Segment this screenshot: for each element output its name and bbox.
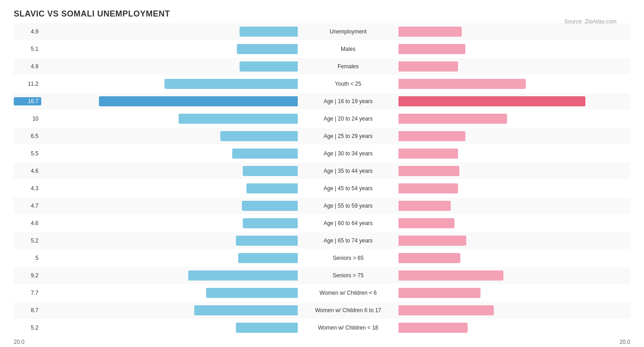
right-bar — [398, 270, 503, 281]
left-bar-container — [41, 149, 298, 159]
chart-row: 4.6 Age | 35 to 44 years 5.1 — [14, 163, 630, 179]
right-bar-container — [398, 79, 644, 89]
right-bar — [398, 149, 458, 159]
right-bar-container — [398, 44, 644, 54]
right-bar — [398, 183, 458, 193]
left-bar-container — [41, 236, 298, 246]
row-label: Age | 16 to 19 years — [298, 98, 398, 105]
left-bar-container — [41, 253, 298, 263]
chart-row: 8.7 Women w/ Children 6 to 17 8 — [14, 302, 630, 319]
chart-row: 10 Age | 20 to 24 years 9.1 — [14, 110, 630, 127]
left-bar — [246, 183, 298, 193]
row-label: Age | 25 to 29 years — [298, 133, 398, 139]
right-bar — [398, 114, 507, 124]
right-bar-container — [398, 218, 644, 228]
row-label: Youth < 25 — [298, 81, 398, 87]
left-bar-container — [41, 131, 298, 141]
row-label: Age | 60 to 64 years — [298, 220, 398, 226]
chart-row: 9.2 Seniors > 75 8.8 — [14, 267, 630, 284]
right-bar-container — [398, 323, 644, 333]
right-bar — [398, 236, 466, 246]
chart-row: 4.6 Age | 60 to 64 years 4.7 — [14, 215, 630, 231]
left-value: 5 — [14, 255, 41, 261]
left-bar — [240, 27, 298, 37]
right-bar-container — [398, 149, 644, 159]
right-bar-container — [398, 27, 644, 37]
left-bar-container — [41, 61, 298, 72]
chart-row: 6.5 Age | 25 to 29 years 5.6 — [14, 128, 630, 144]
chart-title: SLAVIC VS SOMALI UNEMPLOYMENT — [14, 9, 630, 19]
left-value: 11.2 — [14, 81, 41, 87]
left-value: 9.2 — [14, 272, 41, 279]
right-bar-container — [398, 183, 644, 193]
right-bar-container — [398, 201, 644, 211]
left-bar — [188, 270, 298, 281]
left-value: 7.7 — [14, 290, 41, 296]
chart-row: 5.2 Women w/ Children < 18 5.8 — [14, 319, 630, 336]
right-bar — [398, 79, 526, 89]
right-bar — [398, 218, 454, 228]
row-label: Age | 35 to 44 years — [298, 168, 398, 174]
left-bar-container — [41, 201, 298, 211]
left-value: 16.7 — [14, 97, 41, 105]
x-label-left: 20.0 — [14, 339, 298, 345]
left-value: 4.6 — [14, 168, 41, 174]
right-bar — [398, 201, 451, 211]
x-label-right: 20.0 — [346, 339, 630, 345]
left-value: 4.3 — [14, 185, 41, 192]
row-label: Women w/ Children < 6 — [298, 290, 398, 296]
chart-row: 5.1 Males 5.6 — [14, 41, 630, 57]
left-bar-container — [41, 183, 298, 193]
row-label: Seniors > 65 — [298, 255, 398, 261]
left-value: 8.7 — [14, 307, 41, 314]
row-label: Age | 65 to 74 years — [298, 237, 398, 244]
right-bar — [398, 323, 468, 333]
row-label: Females — [298, 63, 398, 70]
left-bar-container — [41, 79, 298, 89]
chart-row: 4.7 Age | 55 to 59 years 4.4 — [14, 198, 630, 214]
row-label: Women w/ Children 6 to 17 — [298, 307, 398, 314]
right-bar-container — [398, 131, 644, 141]
left-value: 4.9 — [14, 63, 41, 70]
chart-row: 5.5 Age | 30 to 34 years 5 — [14, 145, 630, 162]
left-bar-container — [41, 114, 298, 124]
left-bar — [236, 323, 298, 333]
chart-row: 4.9 Females 5 — [14, 58, 630, 75]
right-bar-container — [398, 288, 644, 298]
left-bar — [237, 44, 298, 54]
left-bar — [236, 236, 298, 246]
row-label: Age | 55 to 59 years — [298, 203, 398, 209]
right-bar-container — [398, 270, 644, 281]
right-bar — [398, 61, 458, 72]
left-value: 4.7 — [14, 203, 41, 209]
right-bar-container — [398, 61, 644, 72]
right-bar — [398, 131, 465, 141]
right-bar — [398, 288, 480, 298]
left-bar — [220, 131, 298, 141]
left-bar — [240, 61, 298, 72]
right-bar-container — [398, 114, 644, 124]
left-bar — [243, 166, 298, 176]
left-bar — [206, 288, 298, 298]
row-label: Age | 45 to 54 years — [298, 185, 398, 192]
chart-container: 4.9 Unemployment 5.3 5.1 Males 5.6 4.9 F… — [14, 23, 630, 347]
left-bar — [242, 201, 298, 211]
left-bar-container — [41, 96, 298, 106]
right-bar-container — [398, 236, 644, 246]
right-bar — [398, 27, 462, 37]
right-bar-container — [398, 253, 644, 263]
left-bar-container — [41, 288, 298, 298]
chart-row: 7.7 Women w/ Children < 6 6.9 — [14, 285, 630, 301]
left-bar — [179, 114, 298, 124]
right-bar — [398, 305, 494, 315]
row-label: Seniors > 75 — [298, 272, 398, 279]
left-bar-container — [41, 166, 298, 176]
right-bar — [398, 44, 465, 54]
row-label: Unemployment — [298, 28, 398, 35]
chart-row: 5 Seniors > 65 5.2 — [14, 250, 630, 266]
left-value: 6.5 — [14, 133, 41, 139]
left-value: 5.5 — [14, 150, 41, 157]
left-bar-container — [41, 323, 298, 333]
right-bar — [398, 253, 460, 263]
chart-row: 4.3 Age | 45 to 54 years 5 — [14, 180, 630, 197]
